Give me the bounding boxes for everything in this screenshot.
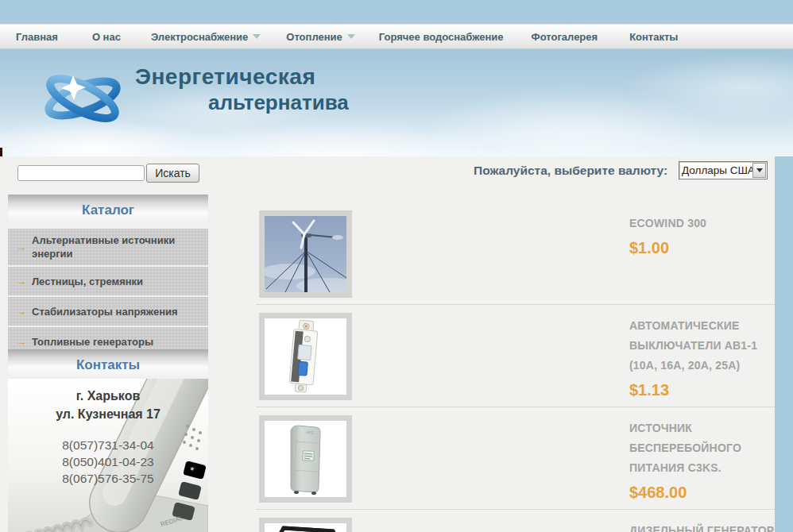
main-content: Искать Пожалуйста, выберите валюту: Долл…	[0, 156, 775, 532]
logo-line2: альтернатива	[208, 92, 349, 113]
product-row: RUCELF ДИЗЕЛЬНЫЙ ГЕНЕРАТОР RUCELF	[256, 510, 775, 532]
nav-item-power-supply[interactable]: Электроснабжение	[151, 31, 261, 43]
nav-item-label: Горячее водоснабжение	[379, 31, 504, 43]
catalog-item-voltage-stabilizers[interactable]: → Стабилизаторы напряжения	[8, 297, 208, 327]
logo-line1: Энергетическая	[135, 66, 349, 88]
product-image-ups[interactable]: APC	[259, 415, 352, 503]
search-input[interactable]	[17, 165, 145, 181]
product-title[interactable]: АВТОМАТИЧЕСКИЕ ВЫКЛЮЧАТЕЛИ АВ1-1 (10А, 1…	[629, 316, 777, 376]
chevron-down-icon	[756, 168, 763, 172]
arrow-right-icon: →	[16, 241, 26, 254]
svg-text:APC: APC	[306, 430, 315, 435]
chevron-down-icon	[347, 34, 355, 39]
contact-city: г. Харьков	[8, 387, 208, 405]
chevron-down-icon	[253, 34, 261, 39]
catalog-item-label: Лестницы, стремянки	[32, 275, 143, 288]
nav-item-photo-gallery[interactable]: Фотогалерея	[532, 31, 598, 43]
product-image-diesel-generator[interactable]: RUCELF	[259, 518, 352, 532]
product-title[interactable]: ИСТОЧНИК БЕСПЕРЕБОЙНОГО ПИТАНИЯ C3KS.	[629, 418, 777, 478]
logo-text: Энергетическая альтернатива	[135, 66, 349, 129]
select-arrow-button[interactable]	[752, 163, 766, 178]
product-row: ECOWIND 300 $1.00	[256, 202, 775, 305]
product-price: $468.00	[629, 484, 777, 502]
nav-item-label: Главная	[16, 31, 58, 43]
currency-select[interactable]: Доллары США	[679, 161, 768, 179]
atom-swirl-logo-icon	[41, 66, 124, 129]
diesel-generator-photo: RUCELF	[265, 523, 346, 532]
arrow-right-icon: →	[16, 305, 26, 318]
arrow-right-icon: →	[16, 275, 26, 288]
catalog-header: Каталог	[8, 195, 208, 224]
site-header: Энергетическая альтернатива	[0, 50, 793, 156]
ups-tower-photo: APC	[265, 421, 346, 497]
contact-phones: 8(057)731-34-04 8(050)401-04-23 8(067)57…	[8, 437, 208, 487]
top-navigation: Главная О нас Электроснабжение Отопление…	[0, 24, 793, 49]
currency-prompt-label: Пожалуйста, выберите валюту:	[474, 164, 667, 178]
nav-item-label: Отопление	[286, 31, 342, 43]
nav-item-label: О нас	[92, 31, 121, 43]
product-image-circuit-breaker[interactable]	[259, 313, 352, 400]
product-price: $1.13	[629, 381, 777, 399]
catalog-item-label: Топливные генераторы	[32, 335, 153, 349]
phone-number: 8(057)731-34-04	[8, 437, 208, 453]
site-logo[interactable]: Энергетическая альтернатива	[41, 66, 349, 129]
nav-item-label: Фотогалерея	[532, 31, 598, 43]
nav-item-home[interactable]: Главная	[16, 31, 58, 43]
product-title[interactable]: ECOWIND 300	[629, 214, 777, 233]
nav-item-hot-water[interactable]: Горячее водоснабжение	[379, 31, 504, 43]
contacts-panel: Контакты	[8, 349, 208, 532]
product-list: ECOWIND 300 $1.00	[256, 202, 775, 532]
catalog-item-label: Стабилизаторы напряжения	[32, 305, 178, 318]
product-row: АВТОМАТИЧЕСКИЕ ВЫКЛЮЧАТЕЛИ АВ1-1 (10А, 1…	[256, 305, 775, 407]
nav-item-contacts[interactable]: Контакты	[629, 31, 678, 43]
arrow-right-icon: →	[16, 335, 26, 349]
nav-item-label: Электроснабжение	[151, 31, 248, 43]
catalog-item-alternative-energy[interactable]: → Альтернативные источники энергии	[8, 229, 208, 267]
catalog-item-ladders[interactable]: → Лестницы, стремянки	[8, 267, 208, 297]
nav-item-label: Контакты	[629, 31, 678, 43]
phone-number: 8(067)576-35-75	[8, 470, 208, 487]
product-image-wind-turbine[interactable]	[259, 210, 352, 298]
phone-number: 8(050)401-04-23	[8, 453, 208, 470]
nav-item-heating[interactable]: Отопление	[286, 31, 355, 43]
product-row: APC ИСТОЧНИК БЕСПЕРЕБОЙНОГО ПИТАНИЯ C3KS…	[256, 407, 775, 510]
wind-turbine-photo	[265, 216, 346, 292]
nav-item-about[interactable]: О нас	[92, 31, 121, 43]
product-title[interactable]: ДИЗЕЛЬНЫЙ ГЕНЕРАТОР RUCELF	[629, 521, 777, 532]
contacts-header: Контакты	[8, 349, 208, 379]
contact-street: ул. Кузнечная 17	[8, 405, 208, 423]
circuit-breaker-photo	[265, 318, 346, 395]
search-button[interactable]: Искать	[146, 164, 199, 183]
catalog-item-label: Альтернативные источники энергии	[32, 233, 203, 260]
contact-address: г. Харьков ул. Кузнечная 17	[8, 387, 208, 423]
currency-selected-value: Доллары США	[679, 164, 752, 176]
product-price: $1.00	[629, 239, 777, 257]
contacts-body: * REDIAL г. Харьков ул. Кузнечная 17 8(0…	[8, 379, 208, 532]
